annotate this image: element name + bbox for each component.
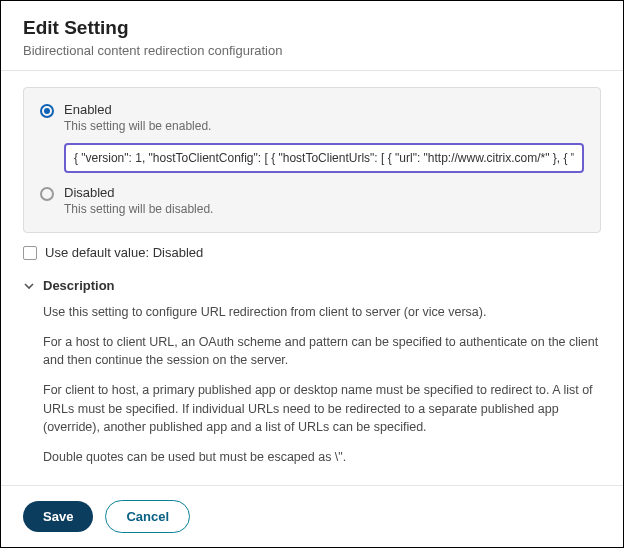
radio-disabled-label: Disabled [64,185,213,200]
dialog-content: Enabled This setting will be enabled. Di… [1,71,623,483]
dialog-footer: Save Cancel [1,485,623,547]
radio-disabled-desc: This setting will be disabled. [64,202,213,216]
setting-panel: Enabled This setting will be enabled. Di… [23,87,601,233]
description-p1: Use this setting to configure URL redire… [43,303,601,321]
dialog-header: Edit Setting Bidirectional content redir… [1,1,623,71]
setting-value-input[interactable] [64,143,584,173]
radio-icon-selected [40,104,54,118]
description-title: Description [43,278,115,293]
description-section: Description Use this setting to configur… [23,278,601,466]
radio-icon-unselected [40,187,54,201]
radio-disabled[interactable]: Disabled This setting will be disabled. [40,185,584,216]
chevron-down-icon [23,280,35,292]
use-default-label: Use default value: Disabled [45,245,203,260]
save-button[interactable]: Save [23,501,93,532]
description-p4: Double quotes can be used but must be es… [43,448,601,466]
radio-enabled[interactable]: Enabled This setting will be enabled. [40,102,584,133]
description-toggle[interactable]: Description [23,278,601,293]
description-body: Use this setting to configure URL redire… [43,303,601,466]
description-p2: For a host to client URL, an OAuth schem… [43,333,601,369]
radio-enabled-label: Enabled [64,102,211,117]
page-title: Edit Setting [23,17,601,39]
cancel-button[interactable]: Cancel [105,500,190,533]
radio-enabled-desc: This setting will be enabled. [64,119,211,133]
description-p3: For client to host, a primary published … [43,381,601,435]
use-default-checkbox-row[interactable]: Use default value: Disabled [23,245,601,260]
page-subtitle: Bidirectional content redirection config… [23,43,601,58]
checkbox-icon [23,246,37,260]
